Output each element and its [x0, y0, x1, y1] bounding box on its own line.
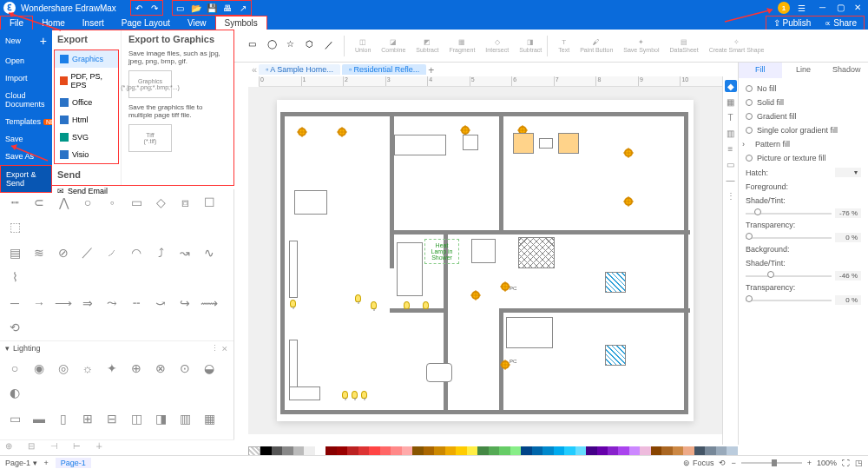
shape-polygon-icon[interactable]: ⬡: [306, 39, 319, 53]
zoom-in-button[interactable]: +: [807, 459, 812, 467]
opt-gradient-fill[interactable]: Gradient fill: [746, 109, 861, 123]
symbol-cell[interactable]: ▭: [127, 193, 146, 212]
print-icon[interactable]: 🖶: [221, 2, 233, 14]
focus-button[interactable]: ⊚ Focus: [683, 459, 713, 467]
bed-icon[interactable]: [518, 237, 555, 268]
page-selector[interactable]: Page-1 ▾: [5, 459, 37, 467]
ceiling-light-icon[interactable]: [461, 126, 470, 135]
symbol-cell[interactable]: ⊗: [151, 359, 170, 378]
layers-icon[interactable]: ▥: [725, 127, 737, 139]
doc-tab-1[interactable]: ▫ Residential Refle...: [342, 64, 426, 75]
page-nav-icon-5[interactable]: ∔: [95, 441, 109, 455]
armchair-icon[interactable]: [558, 133, 579, 154]
page-nav-icon-4[interactable]: ⊢: [73, 441, 87, 455]
file-save[interactable]: Save: [0, 130, 52, 148]
export-type-svg[interactable]: SVG: [55, 129, 118, 146]
send-email[interactable]: ✉Send Email: [52, 183, 121, 199]
menu-symbols[interactable]: Symbols: [215, 16, 267, 30]
link-icon[interactable]: ↗: [237, 2, 249, 14]
menu-home[interactable]: Home: [33, 17, 74, 30]
tab-line[interactable]: Line: [782, 63, 825, 78]
bulb-icon[interactable]: [371, 301, 377, 309]
symbol-cell[interactable]: ▬: [30, 409, 49, 428]
sofa-icon[interactable]: [394, 135, 446, 155]
symbol-cell[interactable]: ◇: [151, 193, 170, 212]
canvas-page[interactable]: Heat Lamp in Shower PC PC: [277, 100, 694, 421]
symbol-cell[interactable]: ⟋: [102, 243, 122, 262]
dimensions-icon[interactable]: ▭: [725, 158, 737, 170]
shape-ellipse-icon[interactable]: ◯: [267, 39, 281, 53]
page-nav-icon-3[interactable]: ⊣: [50, 441, 64, 455]
ribbon-union[interactable]: ◫Union: [355, 38, 371, 53]
align-icon[interactable]: ≡: [725, 142, 737, 155]
ceiling-light-icon[interactable]: [624, 149, 633, 157]
shape-star-icon[interactable]: ☆: [286, 39, 300, 53]
ceiling-light-icon[interactable]: [624, 197, 633, 206]
menu-page-layout[interactable]: Page Layout: [113, 17, 179, 30]
export-type-pdf-ps-eps[interactable]: PDF, PS, EPS: [55, 68, 118, 94]
ribbon-subtract[interactable]: ◩Subtract: [416, 38, 438, 53]
menu-insert[interactable]: Insert: [74, 17, 113, 30]
symbol-cell[interactable]: ☐: [200, 193, 219, 212]
symbol-cell[interactable]: ─: [5, 294, 24, 313]
ribbon-combine[interactable]: ◪Combine: [381, 38, 405, 53]
file-open[interactable]: Open: [0, 52, 52, 69]
symbol-cell[interactable]: →: [30, 294, 49, 313]
symbol-cell[interactable]: ◐: [5, 383, 24, 402]
zoom-out-button[interactable]: −: [731, 459, 735, 467]
ribbon-datasheet[interactable]: ▤DataSheet: [670, 38, 699, 53]
symbol-cell[interactable]: ◉: [30, 359, 49, 378]
symbol-cell[interactable]: ⤻: [151, 294, 170, 313]
trans-slider-1[interactable]: [746, 232, 832, 242]
symbol-cell[interactable]: ⊙: [175, 359, 194, 378]
tab-fill[interactable]: Fill: [739, 63, 782, 78]
ribbon-paint[interactable]: 🖌Paint Button: [580, 38, 613, 53]
opt-no-fill[interactable]: No fill: [746, 82, 861, 96]
ceiling-light-icon[interactable]: [338, 128, 346, 136]
symbol-section-lighting[interactable]: ▾Lighting⋮ ⨯: [0, 340, 233, 355]
shade-slider-2[interactable]: [746, 270, 832, 281]
symbol-cell[interactable]: ∿: [200, 243, 219, 262]
page-add-button[interactable]: +: [44, 459, 49, 467]
symbol-cell[interactable]: ⟶: [54, 294, 73, 313]
desk-icon[interactable]: [426, 363, 452, 382]
symbol-cell[interactable]: ⤳: [102, 294, 122, 313]
export-type-visio[interactable]: Visio: [55, 146, 118, 163]
ribbon-fragment[interactable]: ▦Fragment: [449, 38, 475, 53]
bulb-icon[interactable]: [352, 391, 358, 399]
window-tile-icon[interactable]: [605, 272, 626, 293]
symbol-cell[interactable]: ↪: [175, 294, 194, 313]
section-options-icon[interactable]: ⋮ ⨯: [211, 344, 228, 353]
expand-icon[interactable]: ◳: [855, 459, 863, 467]
menu-view[interactable]: View: [179, 17, 215, 30]
file-save-as[interactable]: Save As: [0, 148, 52, 165]
window-tile-icon[interactable]: [605, 345, 626, 366]
export-type-html[interactable]: Html: [55, 111, 118, 129]
redo-icon[interactable]: ↷: [148, 2, 161, 14]
ribbon-subtract2[interactable]: ◨Subtract: [519, 38, 542, 53]
symbol-cell[interactable]: ▭: [5, 409, 24, 428]
symbol-cell[interactable]: ⧈: [175, 193, 194, 212]
doc-tab-0[interactable]: ▫ A Sample Home...: [259, 64, 340, 75]
opt-solid-fill[interactable]: Solid fill: [746, 96, 861, 109]
paint-bucket-icon[interactable]: ◆: [725, 80, 737, 92]
shape-line-icon[interactable]: ／: [325, 39, 339, 53]
table-icon[interactable]: [539, 138, 553, 149]
publish-button[interactable]: ⇪Publish: [766, 17, 819, 30]
tab-shadow[interactable]: Shadow: [825, 63, 868, 78]
ribbon-text[interactable]: TText: [558, 38, 569, 53]
symbol-cell[interactable]: ⇒: [78, 294, 97, 313]
symbol-cell[interactable]: ⟿: [200, 294, 219, 313]
close-icon[interactable]: ✕: [854, 3, 865, 13]
maximize-icon[interactable]: ▢: [837, 3, 847, 13]
file-templates[interactable]: TemplatesNEW: [0, 113, 52, 130]
symbol-cell[interactable]: ▥: [175, 409, 194, 428]
shape-rect-icon[interactable]: ▭: [248, 39, 262, 53]
canvas-area[interactable]: Heat Lamp in Shower PC PC: [248, 87, 722, 434]
bulb-icon[interactable]: [423, 301, 429, 309]
symbol-cell[interactable]: ✦: [102, 359, 122, 378]
bulb-icon[interactable]: [404, 301, 410, 309]
symbol-cell[interactable]: ⌇: [5, 268, 24, 287]
symbol-cell[interactable]: ⊘: [54, 243, 73, 262]
ceiling-light-icon[interactable]: [298, 128, 306, 136]
